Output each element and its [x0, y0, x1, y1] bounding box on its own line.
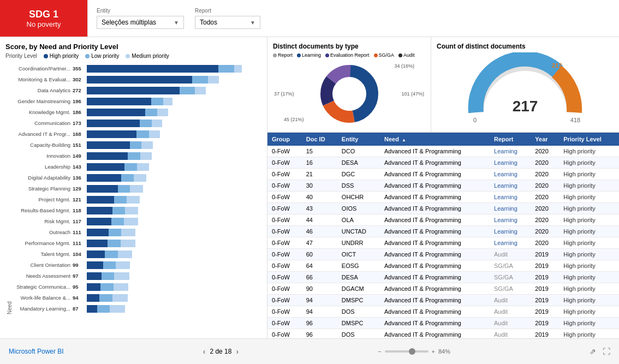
cell-year: 2019: [531, 318, 559, 329]
col-group[interactable]: Group: [267, 133, 302, 146]
donut-legend-sgga: SG/GA: [374, 52, 395, 58]
pagination: ‹ 2 de 18 ›: [203, 347, 239, 356]
cell-need: Advanced IT & Programming: [380, 214, 490, 226]
bar-label: Communication: [13, 120, 73, 126]
zoom-bar: − + 84%: [378, 348, 450, 355]
cell-group: 0-FoW: [267, 260, 302, 272]
prev-page-arrow[interactable]: ‹: [203, 347, 206, 356]
cell-entity: DOS: [337, 329, 380, 339]
bar-label: Advanced IT & Progr...: [13, 131, 73, 137]
cell-report: Learning: [490, 169, 531, 180]
bar-medium-segment: [157, 109, 168, 116]
cell-year: 2020: [531, 157, 559, 169]
powerbi-link[interactable]: Microsoft Power BI: [9, 348, 64, 355]
bar-label: Capacity-Building: [13, 142, 73, 148]
cell-report: Audit: [490, 249, 531, 260]
bar-chart-content: Coordination/Partner... 355 Monitoring &…: [13, 63, 261, 314]
legend-medium: Medium priority: [126, 53, 169, 59]
bar-row: Risk Mgmt. 117: [13, 216, 261, 226]
zoom-slider[interactable]: [385, 350, 428, 353]
cell-priority: High priority: [559, 272, 619, 283]
bar-low-segment: [192, 76, 208, 83]
bar-row: Mandatory Learning... 87: [13, 303, 261, 314]
col-report[interactable]: Report: [490, 133, 531, 146]
cell-need: Advanced IT & Programming: [380, 146, 490, 157]
cell-group: 0-FoW: [267, 329, 302, 339]
cell-priority: High priority: [559, 214, 619, 226]
cell-group: 0-FoW: [267, 295, 302, 306]
cell-priority: High priority: [559, 249, 619, 260]
cell-priority: High priority: [559, 306, 619, 318]
report-filter-dropdown[interactable]: Todos ▼: [195, 16, 260, 29]
bar-high-segment: [87, 305, 97, 313]
page-info: 2 de 18: [210, 348, 231, 355]
bar-low-segment: [109, 229, 121, 236]
share-icon[interactable]: ⇗: [590, 347, 596, 356]
bar-container: [87, 250, 261, 258]
bar-low-segment: [136, 130, 149, 138]
bar-high-segment: [87, 185, 118, 193]
entity-filter-value: Seleções múltiplas: [102, 19, 156, 26]
bar-row: Strategic Communica... 95: [13, 282, 261, 292]
legend-medium-label: Medium priority: [132, 53, 169, 59]
bar-label: Mandatory Learning...: [13, 306, 73, 312]
entity-filter-dropdown[interactable]: Seleções múltiplas ▼: [97, 16, 184, 29]
next-page-arrow[interactable]: ›: [236, 347, 239, 356]
cell-group: 0-FoW: [267, 169, 302, 180]
cell-report: Audit: [490, 295, 531, 306]
table-row: 0-FoW 30 DSS Advanced IT & Programming L…: [267, 180, 619, 192]
entity-filter-group: Entity Seleções múltiplas ▼: [97, 8, 184, 29]
bar-medium-segment: [125, 207, 139, 214]
col-year[interactable]: Year: [531, 133, 559, 146]
donut-label-37: 37 (17%): [274, 91, 294, 97]
cell-need: Advanced IT & Programming: [380, 329, 490, 339]
bar-row: Results-Based Mgmt. 118: [13, 205, 261, 216]
bar-value: 121: [73, 196, 87, 202]
bar-low-segment: [128, 152, 140, 160]
col-need[interactable]: Need ▲: [380, 133, 490, 146]
legend-high: High priority: [44, 53, 79, 59]
donut-evaluation-dot: [325, 53, 329, 57]
bar-low-segment: [145, 109, 157, 116]
bar-container: [87, 163, 261, 171]
bar-container: [87, 185, 261, 193]
y-axis-label: Need: [5, 63, 13, 314]
cell-report: Learning: [490, 146, 531, 157]
expand-icon[interactable]: ⛶: [603, 347, 610, 356]
cell-docid: 94: [302, 295, 337, 306]
bar-row: Needs Assessment 97: [13, 271, 261, 281]
bar-value: 111: [73, 240, 87, 246]
cell-group: 0-FoW: [267, 283, 302, 295]
cell-docid: 60: [302, 249, 337, 260]
svg-text:0: 0: [473, 117, 477, 123]
bar-value: 149: [73, 153, 87, 159]
bar-value: 95: [73, 284, 87, 290]
bar-value: 104: [73, 251, 87, 257]
cell-docid: 30: [302, 180, 337, 192]
table-row: 0-FoW 64 EOSG Advanced IT & Programming …: [267, 260, 619, 272]
bottom-bar: Microsoft Power BI ‹ 2 de 18 › − + 84% ⇗…: [0, 338, 619, 364]
col-entity[interactable]: Entity: [337, 133, 380, 146]
cell-priority: High priority: [559, 203, 619, 214]
bar-low-segment: [121, 174, 134, 182]
cell-docid: 90: [302, 283, 337, 295]
bar-label: Leadership: [13, 164, 73, 170]
col-priority[interactable]: Priority Level: [559, 133, 619, 146]
table-panel[interactable]: Group Doc ID Entity Need ▲ Report Year P…: [267, 133, 619, 338]
cell-entity: DMSPC: [337, 318, 380, 329]
col-docid[interactable]: Doc ID: [302, 133, 337, 146]
zoom-minus-icon[interactable]: −: [378, 348, 381, 355]
cell-report: Learning: [490, 226, 531, 237]
donut-legend-evaluation: Evaluation Report: [325, 52, 370, 58]
zoom-plus-icon[interactable]: +: [432, 348, 435, 355]
table-row: 0-FoW 15 DCO Advanced IT & Programming L…: [267, 146, 619, 157]
bar-medium-segment: [208, 76, 218, 83]
bar-container: [87, 261, 261, 269]
donut-sgga-label: SG/GA: [379, 52, 395, 58]
bar-row: Digital Adaptability 136: [13, 172, 261, 183]
cell-docid: 43: [302, 203, 337, 214]
priority-level-label: Priority Level: [5, 53, 37, 59]
bar-high-segment: [87, 152, 128, 160]
cell-entity: DGC: [337, 169, 380, 180]
cell-group: 0-FoW: [267, 192, 302, 203]
